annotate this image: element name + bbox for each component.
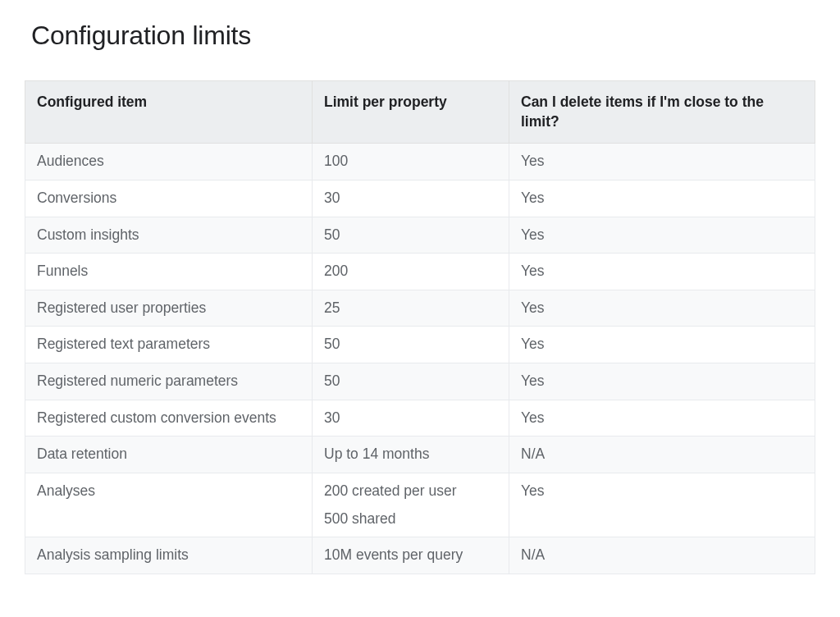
table-cell: 30 <box>313 400 509 436</box>
table-cell: 200 created per user500 shared <box>313 473 509 537</box>
table-row: Registered numeric parameters50Yes <box>25 363 815 400</box>
table-cell: 50 <box>313 327 509 363</box>
table-row: Funnels200Yes <box>25 254 815 290</box>
table-cell: Conversions <box>25 180 313 217</box>
table-row: Conversions30Yes <box>25 180 815 217</box>
table-cell: Registered user properties <box>25 290 313 327</box>
table-cell: Audiences <box>25 144 313 181</box>
table-row: Data retentionUp to 14 monthsN/A <box>25 436 815 473</box>
table-cell: Yes <box>509 473 815 537</box>
table-cell: Yes <box>509 290 815 327</box>
table-cell: Registered text parameters <box>25 327 313 363</box>
table-cell: Up to 14 months <box>313 436 509 473</box>
table-cell: Yes <box>509 327 815 363</box>
table-cell: 25 <box>313 290 509 327</box>
table-cell: Analysis sampling limits <box>25 537 313 574</box>
table-cell: 50 <box>313 363 509 400</box>
table-cell: N/A <box>509 436 815 473</box>
table-cell: Yes <box>509 217 815 254</box>
table-row: Registered custom conversion events30Yes <box>25 400 815 436</box>
table-cell: Yes <box>509 254 815 290</box>
table-row: Registered user properties25Yes <box>25 290 815 327</box>
table-cell: N/A <box>509 537 815 574</box>
table-cell: Yes <box>509 363 815 400</box>
table-cell: Data retention <box>25 436 313 473</box>
table-cell: Registered numeric parameters <box>25 363 313 400</box>
table-row: Analyses200 created per user500 sharedYe… <box>25 473 815 537</box>
table-body: Audiences100YesConversions30YesCustom in… <box>25 144 815 574</box>
table-header-delete: Can I delete items if I'm close to the l… <box>509 81 815 144</box>
configuration-limits-table: Configured item Limit per property Can I… <box>25 80 815 574</box>
table-row: Analysis sampling limits10M events per q… <box>25 537 815 574</box>
table-cell: Yes <box>509 400 815 436</box>
table-cell: Custom insights <box>25 217 313 254</box>
table-cell: Funnels <box>25 254 313 290</box>
table-header-limit: Limit per property <box>313 81 509 144</box>
page-title: Configuration limits <box>31 21 815 51</box>
table-row: Custom insights50Yes <box>25 217 815 254</box>
table-row: Audiences100Yes <box>25 144 815 181</box>
table-cell: Yes <box>509 144 815 181</box>
table-cell: 30 <box>313 180 509 217</box>
table-cell: 100 <box>313 144 509 181</box>
table-cell: 10M events per query <box>313 537 509 574</box>
table-cell: Analyses <box>25 473 313 537</box>
table-header-item: Configured item <box>25 81 313 144</box>
table-cell: Registered custom conversion events <box>25 400 313 436</box>
table-cell: 50 <box>313 217 509 254</box>
table-cell: 200 <box>313 254 509 290</box>
table-row: Registered text parameters50Yes <box>25 327 815 363</box>
table-cell: Yes <box>509 180 815 217</box>
